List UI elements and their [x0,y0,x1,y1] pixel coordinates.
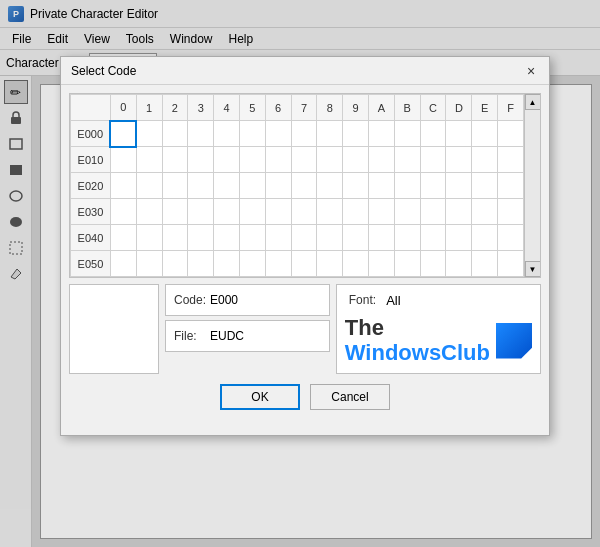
grid-cell[interactable] [394,199,420,225]
grid-cell[interactable] [239,251,265,277]
grid-cell[interactable] [239,173,265,199]
grid-cell[interactable] [188,225,214,251]
grid-cell[interactable] [420,121,446,147]
grid-cell[interactable] [265,173,291,199]
grid-cell[interactable] [472,199,498,225]
grid-cell[interactable] [291,147,317,173]
grid-cell[interactable] [136,251,162,277]
grid-cell[interactable] [343,199,369,225]
grid-cell[interactable] [265,199,291,225]
grid-cell[interactable] [136,225,162,251]
grid-cell[interactable] [498,147,524,173]
grid-cell[interactable] [162,173,188,199]
dialog-close-button[interactable]: × [521,61,541,81]
grid-cell[interactable] [343,251,369,277]
grid-cell[interactable] [239,147,265,173]
grid-cell[interactable] [214,251,240,277]
cancel-button[interactable]: Cancel [310,384,390,410]
grid-cell[interactable] [214,199,240,225]
grid-cell[interactable] [291,251,317,277]
grid-cell[interactable] [369,251,395,277]
grid-cell[interactable] [110,251,136,277]
grid-cell[interactable] [136,147,162,173]
scrollbar-up-button[interactable]: ▲ [525,94,541,110]
grid-cell[interactable] [136,199,162,225]
grid-cell[interactable] [136,121,162,147]
grid-cell[interactable] [343,121,369,147]
grid-cell[interactable] [291,173,317,199]
grid-cell[interactable] [446,225,472,251]
grid-cell[interactable] [188,121,214,147]
grid-cell[interactable] [291,121,317,147]
grid-cell[interactable] [498,173,524,199]
grid-cell[interactable] [420,147,446,173]
grid-cell[interactable] [498,251,524,277]
grid-cell[interactable] [446,251,472,277]
grid-cell[interactable] [317,147,343,173]
grid-cell[interactable] [420,225,446,251]
grid-cell[interactable] [420,199,446,225]
grid-cell[interactable] [136,173,162,199]
grid-cell[interactable] [291,199,317,225]
grid-cell[interactable] [110,173,136,199]
grid-cell[interactable] [498,121,524,147]
grid-cell[interactable] [472,225,498,251]
grid-cell[interactable] [472,173,498,199]
grid-cell[interactable] [317,121,343,147]
grid-cell[interactable] [446,199,472,225]
grid-cell[interactable] [317,225,343,251]
grid-cell[interactable] [369,147,395,173]
grid-cell[interactable] [420,251,446,277]
grid-cell[interactable] [446,173,472,199]
grid-cell[interactable] [162,147,188,173]
grid-cell[interactable] [369,199,395,225]
grid-cell[interactable] [214,173,240,199]
grid-cell[interactable] [214,121,240,147]
grid-cell[interactable] [265,147,291,173]
grid-scrollbar[interactable]: ▲ ▼ [524,94,540,277]
grid-cell[interactable] [394,121,420,147]
grid-cell[interactable] [162,199,188,225]
grid-cell[interactable] [394,251,420,277]
grid-cell[interactable] [188,147,214,173]
grid-cell[interactable] [472,251,498,277]
grid-cell[interactable] [214,225,240,251]
grid-cell[interactable] [317,173,343,199]
grid-cell[interactable] [188,173,214,199]
grid-cell[interactable] [498,225,524,251]
grid-cell[interactable] [291,225,317,251]
grid-cell[interactable] [188,199,214,225]
grid-cell[interactable] [343,173,369,199]
grid-cell[interactable] [317,199,343,225]
grid-cell[interactable] [394,225,420,251]
grid-cell[interactable] [369,121,395,147]
grid-cell[interactable] [188,251,214,277]
grid-cell[interactable] [343,147,369,173]
grid-cell[interactable] [394,173,420,199]
grid-cell[interactable] [110,199,136,225]
grid-cell[interactable] [162,251,188,277]
grid-cell[interactable] [110,147,136,173]
grid-cell[interactable] [369,225,395,251]
grid-cell[interactable] [214,147,240,173]
grid-cell[interactable] [369,173,395,199]
grid-cell[interactable] [446,147,472,173]
grid-cell[interactable] [472,121,498,147]
grid-cell[interactable] [162,225,188,251]
grid-cell[interactable] [265,121,291,147]
grid-cell[interactable] [239,121,265,147]
grid-cell[interactable] [472,147,498,173]
grid-cell[interactable] [110,225,136,251]
grid-cell[interactable] [498,199,524,225]
grid-cell[interactable] [446,121,472,147]
grid-cell[interactable] [317,251,343,277]
grid-cell[interactable] [343,225,369,251]
grid-cell[interactable] [239,225,265,251]
grid-cell[interactable] [394,147,420,173]
grid-cell[interactable] [162,121,188,147]
ok-button[interactable]: OK [220,384,300,410]
grid-cell[interactable] [239,199,265,225]
scrollbar-down-button[interactable]: ▼ [525,261,541,277]
grid-cell[interactable] [110,121,136,147]
grid-cell[interactable] [265,251,291,277]
